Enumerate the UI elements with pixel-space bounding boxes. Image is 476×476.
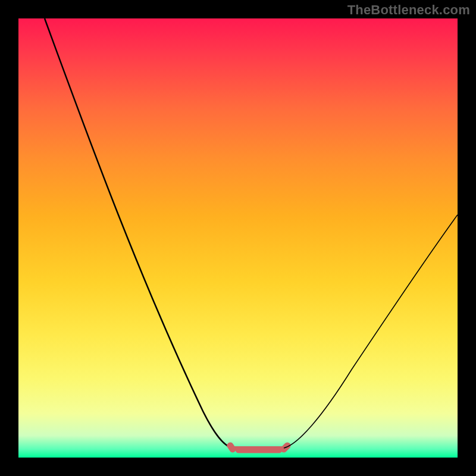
chart-frame: TheBottleneck.com bbox=[0, 0, 476, 476]
bottleneck-curve bbox=[18, 18, 458, 458]
watermark-text: TheBottleneck.com bbox=[347, 2, 470, 18]
plot-area bbox=[18, 18, 458, 458]
